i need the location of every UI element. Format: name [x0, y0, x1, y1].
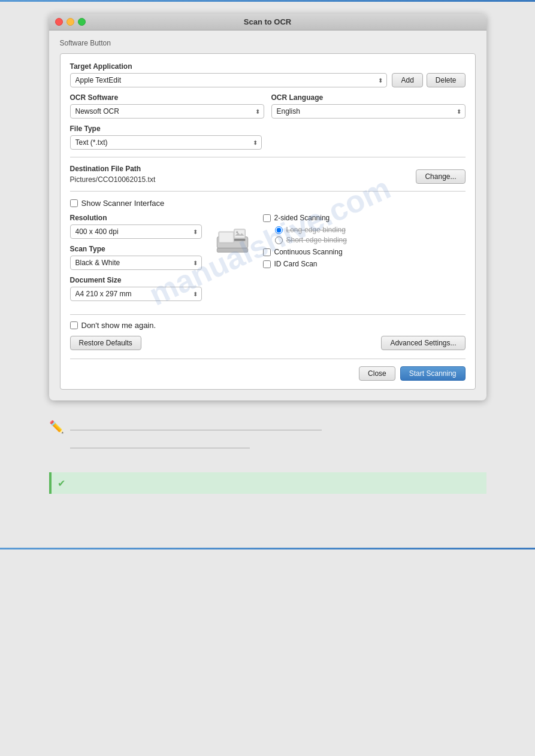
- short-edge-row: Short-edge binding: [275, 236, 466, 244]
- window-titlebar: Scan to OCR: [49, 14, 486, 31]
- scan-type-select[interactable]: Black & White Gray Color: [70, 256, 202, 270]
- target-application-row: Target Application Apple TextEdit TextEd…: [70, 62, 466, 87]
- add-delete-buttons: Add Delete: [392, 73, 465, 87]
- ocr-software-label: OCR Software: [70, 93, 264, 102]
- continuous-scanning-row: Continuous Scanning: [263, 248, 466, 256]
- ocr-language-label: OCR Language: [271, 93, 466, 102]
- binding-radio-group: Long-edge binding Short-edge binding: [275, 226, 466, 244]
- bottom-buttons-row: Restore Defaults Advanced Settings...: [70, 336, 466, 350]
- id-card-scan-row: ID Card Scan: [263, 260, 466, 268]
- bottom-section: Don't show me again. Restore Defaults Ad…: [70, 314, 466, 350]
- dont-show-label[interactable]: Don't show me again.: [81, 321, 156, 330]
- ocr-row: OCR Software Newsoft OCR Other OCR ⬍ OCR…: [70, 93, 466, 119]
- scan-type-select-wrapper: Black & White Gray Color ⬍: [70, 256, 202, 270]
- target-app-select-wrapper: Apple TextEdit TextEdit Other... ⬍: [70, 73, 388, 87]
- svg-rect-5: [235, 230, 244, 237]
- divider-2: [70, 191, 466, 192]
- check-bar: ✔: [49, 472, 486, 494]
- long-edge-radio[interactable]: [275, 226, 283, 234]
- change-button[interactable]: Change...: [416, 169, 465, 184]
- id-card-scan-checkbox[interactable]: [263, 260, 271, 268]
- resolution-select-wrapper: 400 x 400 dpi 200 x 200 dpi 300 x 300 dp…: [70, 224, 202, 239]
- window-body: Software Button Target Application Apple…: [49, 31, 486, 400]
- ocr-language-select[interactable]: English French German Spanish: [271, 104, 466, 119]
- scanner-left: Resolution 400 x 400 dpi 200 x 200 dpi 3…: [70, 214, 202, 307]
- scanner-image: [214, 226, 250, 256]
- ocr-software-col: OCR Software Newsoft OCR Other OCR ⬍: [70, 93, 264, 119]
- target-application-select[interactable]: Apple TextEdit TextEdit Other...: [70, 73, 388, 87]
- scanner-icon: [211, 226, 253, 256]
- divider-1: [70, 157, 466, 157]
- document-size-label: Document Size: [70, 276, 202, 284]
- svg-rect-8: [217, 248, 247, 252]
- long-edge-row: Long-edge binding: [275, 226, 466, 234]
- check-icon: ✔: [58, 478, 65, 489]
- delete-button[interactable]: Delete: [427, 73, 466, 87]
- svg-point-7: [236, 231, 238, 233]
- short-edge-radio[interactable]: [275, 236, 283, 244]
- long-edge-label[interactable]: Long-edge binding: [286, 226, 346, 234]
- document-size-row: Document Size A4 210 x 297 mm Letter Leg…: [70, 276, 202, 301]
- add-button[interactable]: Add: [392, 73, 422, 87]
- scanner-options-grid: Resolution 400 x 400 dpi 200 x 200 dpi 3…: [70, 214, 466, 307]
- target-app-row: Apple TextEdit TextEdit Other... ⬍ Add D…: [70, 73, 466, 87]
- continuous-scanning-label[interactable]: Continuous Scanning: [274, 248, 343, 256]
- resolution-row: Resolution 400 x 400 dpi 200 x 200 dpi 3…: [70, 214, 202, 239]
- destination-path-value: Pictures/CCO10062015.txt: [70, 175, 416, 184]
- short-edge-label[interactable]: Short-edge binding: [286, 236, 347, 244]
- two-sided-checkbox[interactable]: [263, 214, 271, 222]
- file-type-select-wrapper: Text (*.txt) Word (*.doc) PDF (*.pdf) ⬍: [70, 135, 262, 150]
- ocr-language-col: OCR Language English French German Spani…: [271, 93, 466, 119]
- maximize-window-button[interactable]: [78, 18, 86, 26]
- file-type-label: File Type: [70, 125, 466, 133]
- document-size-select[interactable]: A4 210 x 297 mm Letter Legal: [70, 287, 202, 301]
- document-size-select-wrapper: A4 210 x 297 mm Letter Legal ⬍: [70, 287, 202, 301]
- continuous-scanning-checkbox[interactable]: [263, 248, 271, 256]
- dont-show-checkbox[interactable]: [70, 321, 78, 329]
- section-label: Software Button: [60, 39, 476, 47]
- window: manualshive.com Scan to OCR Software But…: [49, 14, 486, 400]
- restore-defaults-button[interactable]: Restore Defaults: [70, 336, 141, 350]
- ocr-software-select-wrapper: Newsoft OCR Other OCR ⬍: [70, 104, 264, 119]
- close-button[interactable]: Close: [359, 366, 395, 381]
- minimize-window-button[interactable]: [67, 18, 74, 26]
- scanner-right: 2-sided Scanning Long-edge binding Short…: [263, 214, 466, 272]
- note-line-2: [70, 436, 250, 448]
- main-content: Target Application Apple TextEdit TextEd…: [60, 53, 476, 390]
- target-application-label: Target Application: [70, 62, 466, 71]
- traffic-lights: [55, 18, 86, 26]
- scan-type-row: Scan Type Black & White Gray Color ⬍: [70, 245, 202, 270]
- action-buttons-row: Close Start Scanning: [70, 359, 466, 381]
- file-type-select[interactable]: Text (*.txt) Word (*.doc) PDF (*.pdf): [70, 135, 262, 150]
- resolution-label: Resolution: [70, 214, 202, 222]
- destination-path-label: Destination File Path: [70, 165, 416, 173]
- show-scanner-checkbox[interactable]: [70, 199, 78, 207]
- scan-type-label: Scan Type: [70, 245, 202, 253]
- note-section: ✏️: [49, 418, 486, 454]
- ocr-software-select[interactable]: Newsoft OCR Other OCR: [70, 104, 264, 119]
- show-scanner-row: Show Scanner Interface: [70, 199, 466, 208]
- destination-path-row: Destination File Path Pictures/CCO100620…: [70, 165, 466, 184]
- close-window-button[interactable]: [55, 18, 63, 26]
- window-title: Scan to OCR: [244, 17, 291, 26]
- note-lines: [70, 418, 322, 454]
- ocr-language-select-wrapper: English French German Spanish ⬍: [271, 104, 466, 119]
- destination-path-info: Destination File Path Pictures/CCO100620…: [70, 165, 416, 184]
- bottom-line: [0, 548, 535, 549]
- note-line-1: [70, 418, 322, 430]
- two-sided-row: 2-sided Scanning: [263, 214, 466, 222]
- start-scanning-button[interactable]: Start Scanning: [400, 366, 466, 381]
- two-sided-label[interactable]: 2-sided Scanning: [274, 214, 330, 222]
- dont-show-row: Don't show me again.: [70, 321, 466, 330]
- id-card-scan-label[interactable]: ID Card Scan: [274, 260, 318, 268]
- advanced-settings-button[interactable]: Advanced Settings...: [381, 336, 465, 350]
- show-scanner-label[interactable]: Show Scanner Interface: [81, 199, 165, 208]
- pencil-icon: ✏️: [49, 420, 64, 434]
- file-type-row: File Type Text (*.txt) Word (*.doc) PDF …: [70, 125, 466, 150]
- resolution-select[interactable]: 400 x 400 dpi 200 x 200 dpi 300 x 300 dp…: [70, 224, 202, 239]
- svg-rect-3: [219, 233, 232, 242]
